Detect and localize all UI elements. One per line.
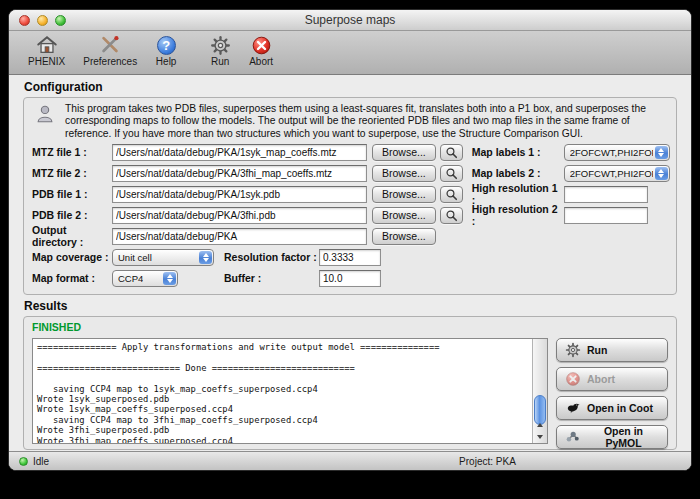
map-labels-2-value: 2FOFCWT,PHI2FOF... xyxy=(570,168,653,179)
map-format-row: Map format : CCP4 Buffer : xyxy=(32,270,668,287)
pdb-file-2-inspect-button[interactable] xyxy=(440,207,463,224)
console-output: =============== Apply transformations an… xyxy=(32,338,548,444)
map-labels-2-dropdown[interactable]: 2FOFCWT,PHI2FOF... xyxy=(564,165,670,182)
app-window: Superpose maps PHENIX Preferences xyxy=(8,9,692,471)
pdb-file-2-row: PDB file 2 : Browse... High resolution 2… xyxy=(32,207,668,224)
results-abort-label: Abort xyxy=(587,373,615,385)
magnifier-icon xyxy=(444,208,459,223)
close-button[interactable] xyxy=(19,15,30,26)
dropdown-arrows-icon xyxy=(655,167,668,180)
pdb-file-2-browse-button[interactable]: Browse... xyxy=(372,207,436,224)
open-in-pymol-button[interactable]: Open in PyMOL xyxy=(556,425,668,449)
results-heading: Results xyxy=(24,299,677,313)
map-coverage-row: Map coverage : Unit cell Resolution fact… xyxy=(32,249,668,266)
output-directory-label: Output directory : xyxy=(32,224,112,248)
abort-label: Abort xyxy=(249,56,273,67)
high-resolution-1-input[interactable] xyxy=(564,186,648,203)
map-labels-1-dropdown[interactable]: 2FOFCWT,PHI2FOF... xyxy=(564,144,670,161)
pymol-icon xyxy=(564,428,581,445)
high-resolution-2-input[interactable] xyxy=(564,207,648,224)
mtz-file-1-browse-button[interactable]: Browse... xyxy=(372,144,436,161)
run-label: Run xyxy=(211,56,229,67)
mtz-file-2-input[interactable] xyxy=(112,165,367,182)
pdb-file-1-input[interactable] xyxy=(112,186,367,203)
scroll-up-icon[interactable] xyxy=(533,419,547,431)
buffer-input[interactable] xyxy=(319,270,381,287)
preferences-label: Preferences xyxy=(83,56,137,67)
mtz-file-1-label: MTZ file 1 : xyxy=(32,146,112,158)
window-controls xyxy=(19,15,66,26)
open-in-coot-button[interactable]: Open in Coot xyxy=(556,396,668,420)
mtz-file-1-inspect-button[interactable] xyxy=(440,144,463,161)
pdb-file-1-inspect-button[interactable] xyxy=(440,186,463,203)
console-scrollbar[interactable] xyxy=(532,339,547,443)
pdb-file-2-input[interactable] xyxy=(112,207,367,224)
phenix-label: PHENIX xyxy=(28,56,65,67)
mtz-file-2-row: MTZ file 2 : Browse... Map labels 2 : 2F… xyxy=(32,165,668,182)
pdb-file-1-row: PDB file 1 : Browse... High resolution 1… xyxy=(32,186,668,203)
mtz-file-1-row: MTZ file 1 : Browse... Map labels 1 : 2F… xyxy=(32,144,668,161)
map-labels-2-label: Map labels 2 : xyxy=(472,167,564,179)
minimize-button[interactable] xyxy=(37,15,48,26)
scroll-down-icon[interactable] xyxy=(533,431,547,443)
configuration-panel: This program takes two PDB files, superp… xyxy=(23,97,677,295)
phenix-button[interactable]: PHENIX xyxy=(21,33,72,68)
preferences-button[interactable]: Preferences xyxy=(76,33,144,68)
abort-button[interactable]: Abort xyxy=(242,33,280,68)
pdb-file-1-browse-button[interactable]: Browse... xyxy=(372,186,436,203)
run-button[interactable]: Run xyxy=(202,33,238,68)
map-coverage-dropdown[interactable]: Unit cell xyxy=(112,249,214,266)
zoom-button[interactable] xyxy=(55,15,66,26)
pdb-file-2-label: PDB file 2 : xyxy=(32,209,112,221)
abort-icon xyxy=(564,370,581,387)
mtz-file-2-inspect-button[interactable] xyxy=(440,165,463,182)
output-directory-browse-button[interactable]: Browse... xyxy=(372,228,436,245)
map-labels-1-label: Map labels 1 : xyxy=(472,146,564,158)
results-panel: FINISHED =============== Apply transform… xyxy=(23,316,677,450)
map-coverage-value: Unit cell xyxy=(118,252,152,263)
status-indicator-icon xyxy=(19,457,28,466)
mtz-file-1-input[interactable] xyxy=(112,144,367,161)
status-bar: Idle Project: PKA xyxy=(9,451,691,470)
mtz-file-2-browse-button[interactable]: Browse... xyxy=(372,165,436,182)
output-directory-input[interactable] xyxy=(112,228,367,245)
wizard-icon xyxy=(34,103,56,129)
description-text: This program takes two PDB files, superp… xyxy=(65,103,665,140)
resolution-factor-input[interactable] xyxy=(319,249,381,266)
status-badge: FINISHED xyxy=(32,321,668,333)
results-abort-button[interactable]: Abort xyxy=(556,367,668,391)
mtz-file-2-label: MTZ file 2 : xyxy=(32,167,112,179)
abort-icon xyxy=(250,34,272,56)
main-content: Configuration This program takes two PDB… xyxy=(9,76,691,451)
home-icon xyxy=(36,34,58,56)
pdb-file-1-label: PDB file 1 : xyxy=(32,188,112,200)
open-in-coot-label: Open in Coot xyxy=(587,402,653,414)
open-in-pymol-label: Open in PyMOL xyxy=(587,425,660,449)
gear-icon xyxy=(209,34,231,56)
map-format-dropdown[interactable]: CCP4 xyxy=(112,270,178,287)
resolution-factor-label: Resolution factor : xyxy=(224,251,319,263)
help-icon: ? xyxy=(155,34,177,56)
magnifier-icon xyxy=(444,166,459,181)
window-title: Superpose maps xyxy=(305,13,396,27)
map-coverage-label: Map coverage : xyxy=(32,251,112,263)
status-text: Idle xyxy=(33,456,49,467)
dropdown-arrows-icon xyxy=(199,251,212,264)
high-resolution-2-label: High resolution 2 : xyxy=(472,203,564,227)
project-label: Project: PKA xyxy=(459,456,516,467)
map-format-value: CCP4 xyxy=(118,273,143,284)
magnifier-icon xyxy=(444,187,459,202)
results-run-button[interactable]: Run xyxy=(556,338,668,362)
tools-icon xyxy=(99,34,121,56)
toolbar: PHENIX Preferences ? Help xyxy=(9,31,691,75)
title-bar[interactable]: Superpose maps xyxy=(9,10,691,31)
magnifier-icon xyxy=(444,145,459,160)
help-button[interactable]: ? Help xyxy=(148,33,184,68)
gear-icon xyxy=(564,341,581,358)
map-labels-1-value: 2FOFCWT,PHI2FOF... xyxy=(570,147,653,158)
coot-bird-icon xyxy=(564,399,581,416)
buffer-label: Buffer : xyxy=(224,272,319,284)
map-format-label: Map format : xyxy=(32,272,112,284)
output-directory-row: Output directory : Browse... xyxy=(32,228,668,245)
program-description: This program takes two PDB files, superp… xyxy=(34,103,666,140)
